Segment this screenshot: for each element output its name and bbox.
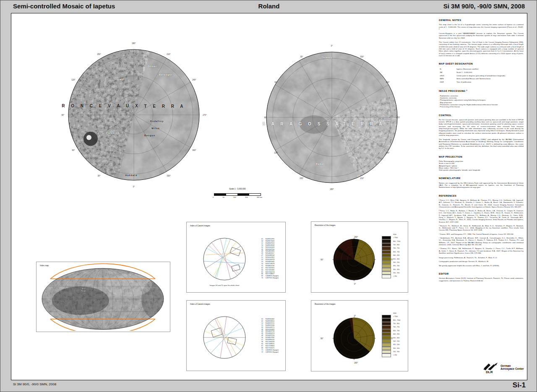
reference-item: ⁶ Thomas, P.C., Burns, J.A., Helfenstein… (439, 247, 524, 254)
panel-title: Resolution of the images (315, 224, 336, 226)
notes-paragraph: This map sheet is the 1st of a 3-quadran… (439, 23, 524, 30)
crater-label: Besgun (144, 134, 155, 137)
res-tick-top: 0° (354, 315, 356, 317)
res-tick-bottom: 0° (354, 283, 356, 285)
designation-row: 2008Year of publication (440, 81, 505, 83)
scale-segment (214, 194, 226, 195)
longitude-tick: 300° (192, 149, 196, 151)
legend-range: 350 - 450 (393, 348, 399, 349)
section-heading: REFERENCES (439, 195, 524, 197)
longitude-tick: 30° (98, 175, 101, 177)
scale-tick: 100 (233, 196, 236, 198)
designation-row: 3MScale 1 : 3,000,000 (440, 71, 505, 74)
panel-title: Index of Cassini images (190, 225, 210, 227)
longitude-tick: 180° (132, 42, 136, 44)
legend-range: 750 - 850 (393, 323, 399, 325)
legend-range: 500 - 550 (393, 262, 399, 263)
legend-row: 450 - 500 (382, 343, 400, 346)
resolution-legend: m/px > 7500 850 - 7500 750 - 850 (382, 234, 400, 278)
legend-swatch (382, 325, 391, 329)
scale-tick: 50 (222, 196, 224, 198)
legend-range: 550 - 600 (393, 258, 399, 260)
section-map-sheet-designation: MAP SHEET DESIGNATION SiIapetus (Saturni… (439, 63, 524, 84)
legend-row: > 7500 (382, 315, 400, 318)
legend-range: 850 - 7500 (393, 241, 400, 242)
legend-swatch (382, 347, 391, 350)
crater-label: Hubbald (125, 174, 138, 177)
crater-label: Lorant (115, 78, 124, 80)
section-heading: IMAGE PROCESSING ³ (439, 90, 524, 92)
reference-item: ² Porco, C.C., Baker, E., Barbara, J., B… (439, 210, 524, 223)
footer-sheet-number: Si-1 (513, 381, 526, 389)
legend-unit: m/px (393, 312, 400, 314)
legend-row: 550 - 600 (382, 257, 400, 260)
section-heading: CONTROL (439, 114, 524, 117)
legend-row: 850 - 7500 (382, 239, 400, 243)
scale-label: Scale 1 : 3,000,000 (210, 188, 265, 190)
legend-row: 750 - 850 (382, 322, 400, 325)
legend-swatch (382, 350, 391, 353)
longitude-tick: 270° (203, 114, 206, 116)
legend-row: < 250 (382, 275, 400, 278)
panel-title: Resolution of the images (315, 303, 336, 305)
section-nomenclature: NOMENCLATURE Names are suggested by the … (439, 177, 524, 188)
longitude-tick: 150° (300, 177, 303, 179)
image-index-panel-north: Index of Cassini images 01N1483152 (186, 222, 286, 293)
legend-row: < 250 (382, 353, 400, 357)
longitude-tick: 180° (330, 188, 334, 190)
image-id-row: 70C4397922 (Voyager) (259, 277, 279, 279)
legend-swatch (382, 254, 391, 257)
legend-swatch (382, 332, 391, 336)
north-polar-map (59, 40, 209, 190)
longitude-tick: 150° (97, 53, 101, 55)
legend-range: > 7500 (393, 237, 398, 239)
notes-column: GENERAL NOTES This map sheet is the 1st … (439, 19, 524, 288)
crater-label: Godefroy (150, 120, 164, 122)
legend-row: 700 - 750 (382, 247, 400, 250)
scale-tick: 0 (213, 196, 214, 198)
legend-range: 250 - 350 (393, 272, 399, 274)
credit-line: Image processing: Hoffmeister, A., Roats… (439, 257, 524, 259)
resolution-map-north (325, 230, 383, 289)
section-heading: MAP PROJECTION (439, 156, 524, 158)
south-polar-map (257, 43, 407, 192)
scale-segment (249, 194, 261, 195)
legend-range: 650 - 700 (393, 251, 399, 253)
resolution-map-south (325, 309, 383, 368)
notes-paragraph: Cassini-Huygens is a joint NASA/ESA/ASI … (439, 32, 524, 39)
section-references: REFERENCES ¹ Porco, C.C., West, R.A., Sq… (439, 195, 524, 267)
designation-row: SiIapetus (Saturnian satellite) (440, 68, 505, 70)
legend-range: 450 - 500 (393, 344, 399, 345)
legend-range: 350 - 450 (393, 269, 399, 270)
scale-tick: 150 (245, 196, 248, 198)
section-image-processing: IMAGE PROCESSING ³ - Radiometric correct… (439, 90, 524, 108)
image-id-row: 71C4349632 (Voyager) (259, 349, 279, 351)
legend-range: < 250 (393, 275, 397, 277)
quad-label: Si-3Engelier (125, 288, 131, 292)
legend-row: 350 - 450 (382, 268, 400, 271)
legend-unit: m/px (393, 234, 400, 235)
legend-row: 600 - 650 (382, 254, 400, 257)
section-heading: EDITOR (439, 273, 524, 275)
notes-paragraph: The Cassini orbiter has 12 instruments. … (439, 41, 524, 57)
footer-designation: Si 3M 90/0, -90/0 SMN, 2008 (13, 382, 56, 386)
section-control: CONTROL For the Cassini mission, spacecr… (439, 114, 524, 150)
projection-line: Grid system: planetographic latitude, we… (439, 169, 524, 171)
sheet-designation: Si 3M 90/0, -90/0 SMN, 2008 (443, 3, 525, 10)
terra-label: T E R R A (144, 104, 185, 109)
legend-row: 450 - 500 (382, 264, 400, 267)
crater-label: Engelier (379, 119, 391, 122)
crater-label: Gerin (377, 141, 385, 143)
longitude-tick: 30° (300, 56, 303, 58)
legend-swatch (382, 336, 391, 339)
longitude-tick: 300° (386, 81, 389, 83)
reference-item: ⁴ Davies, M.E. and Katayama, F.Y., 1984,… (439, 233, 524, 235)
legend-row: > 7500 (382, 236, 400, 239)
crater-label: Thierry (321, 56, 332, 59)
scale-ticks: 050100150200 km (213, 196, 262, 198)
legend-range: 550 - 600 (393, 337, 399, 339)
image-index-panel-south: Index of Cassini images 02N1483160462 (186, 300, 286, 371)
quad-label: Si-2Turgis (81, 288, 86, 292)
legend-range: 500 - 550 (393, 340, 399, 342)
terra-label: T E R R A (343, 122, 384, 126)
